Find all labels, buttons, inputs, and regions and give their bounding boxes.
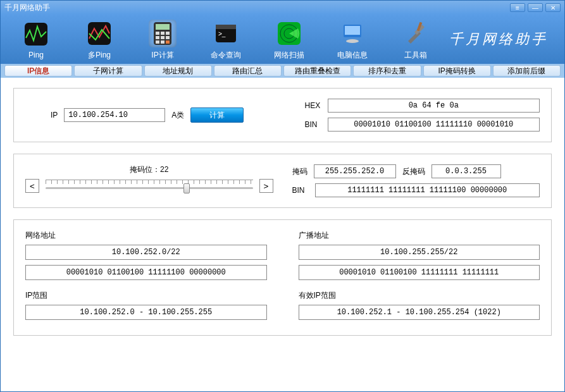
net-addr-label: 网络地址 xyxy=(25,230,267,241)
svg-rect-5 xyxy=(161,32,165,35)
svg-rect-3 xyxy=(156,24,170,30)
mask-bits-value: 22 xyxy=(160,165,168,174)
toolbar-item-cmd[interactable]: >_ 命令查询 xyxy=(194,18,258,61)
mask-decrement-button[interactable]: < xyxy=(25,179,39,193)
calculate-button[interactable]: 计算 xyxy=(190,107,244,123)
bin-value: 00001010 01100100 11111110 00001010 xyxy=(328,118,540,132)
subtab-sortdedup[interactable]: 排序和去重 xyxy=(353,65,421,77)
bcast-bin-value: 00001010 01100100 11111111 11111111 xyxy=(299,265,540,280)
slider-thumb[interactable] xyxy=(183,183,190,193)
calculator-icon xyxy=(149,20,177,47)
bin-label: BIN xyxy=(305,120,324,129)
mask-bin-value: 11111111 11111111 11111100 00000000 xyxy=(315,183,540,197)
svg-rect-14 xyxy=(216,25,236,29)
monitor-icon xyxy=(338,20,366,47)
toolbar-item-ipcalc[interactable]: IP计算 xyxy=(131,18,194,61)
wildcard-label: 反掩码 xyxy=(402,166,425,177)
subtab-routesummary[interactable]: 路由汇总 xyxy=(214,65,282,77)
window-menu-button[interactable]: ≡ xyxy=(510,3,525,12)
ip-range-label: IP范围 xyxy=(25,290,267,301)
subtab-ipmask[interactable]: IP掩码转换 xyxy=(423,65,491,77)
brand-title: 千月网络助手 xyxy=(447,30,561,49)
svg-text:>_: >_ xyxy=(218,30,226,37)
ip-panel: IP A类 计算 HEX 0a 64 fe 0a BIN 00001010 01… xyxy=(13,88,552,142)
svg-rect-12 xyxy=(166,40,170,44)
svg-rect-10 xyxy=(156,40,159,44)
svg-rect-9 xyxy=(166,36,170,39)
ip-class-label: A类 xyxy=(171,110,184,121)
net-addr-value: 10.100.252.0/22 xyxy=(25,245,267,260)
toolbar-item-toolbox[interactable]: 工具箱 xyxy=(384,18,447,61)
subtab-routeoverlap[interactable]: 路由重叠检查 xyxy=(283,65,351,77)
toolbar-item-multiping[interactable]: 多Ping xyxy=(68,18,131,61)
wildcard-value: 0.0.3.255 xyxy=(432,164,501,178)
close-button[interactable]: ✕ xyxy=(545,3,561,12)
tools-icon xyxy=(402,20,430,47)
multiping-icon xyxy=(85,20,113,47)
svg-rect-6 xyxy=(166,32,170,35)
window-title: 千月网络助手 xyxy=(4,3,510,13)
net-bin-value: 00001010 01100100 11111100 00000000 xyxy=(25,265,267,280)
minimize-button[interactable]: — xyxy=(528,3,543,12)
main-toolbar: Ping 多Ping IP计算 >_ 命令查询 网络扫描 电脑信息 工具箱 xyxy=(1,15,564,64)
svg-rect-8 xyxy=(161,36,165,39)
bcast-label: 广播地址 xyxy=(299,230,540,241)
subtab-addfix[interactable]: 添加前后缀 xyxy=(493,65,561,77)
svg-rect-20 xyxy=(345,26,360,35)
toolbar-item-pcinfo[interactable]: 电脑信息 xyxy=(321,18,384,61)
mask-panel: 掩码位：22 < > 掩码 255.255.252.0 反掩码 xyxy=(13,154,552,208)
svg-rect-11 xyxy=(161,40,165,44)
subtab-bar: IP信息 子网计算 地址规划 路由汇总 路由重叠检查 排序和去重 IP掩码转换 … xyxy=(1,64,564,78)
mask-label: 掩码 xyxy=(292,166,307,177)
toolbar-item-netscan[interactable]: 网络扫描 xyxy=(258,18,321,61)
hex-label: HEX xyxy=(305,101,324,110)
mask-increment-button[interactable]: > xyxy=(259,179,273,193)
hex-value: 0a 64 fe 0a xyxy=(328,99,540,113)
svg-rect-7 xyxy=(156,36,159,39)
subtab-ipinfo[interactable]: IP信息 xyxy=(4,65,72,77)
valid-range-value: 10.100.252.1 - 10.100.255.254 (1022) xyxy=(299,305,540,320)
ping-icon xyxy=(22,20,50,48)
window-controls: ≡ — ✕ xyxy=(510,3,561,12)
ip-range-value: 10.100.252.0 - 10.100.255.255 xyxy=(25,305,267,320)
mask-bits-label: 掩码位： xyxy=(130,165,160,174)
ip-label: IP xyxy=(51,111,58,119)
ip-input[interactable] xyxy=(64,108,165,122)
svg-rect-4 xyxy=(156,32,159,35)
radar-icon xyxy=(275,20,303,47)
subtab-addressplan[interactable]: 地址规划 xyxy=(144,65,212,77)
mask-slider[interactable] xyxy=(46,180,253,192)
terminal-icon: >_ xyxy=(212,20,240,47)
titlebar: 千月网络助手 ≡ — ✕ xyxy=(1,1,564,15)
svg-point-21 xyxy=(346,39,359,43)
valid-range-label: 有效IP范围 xyxy=(299,290,540,301)
content-area: IP A类 计算 HEX 0a 64 fe 0a BIN 00001010 01… xyxy=(1,78,564,391)
result-panel: 网络地址 10.100.252.0/22 00001010 01100100 1… xyxy=(13,219,552,336)
bcast-value: 10.100.255.255/22 xyxy=(299,245,540,260)
toolbar-item-ping[interactable]: Ping xyxy=(4,19,68,59)
subtab-subnet[interactable]: 子网计算 xyxy=(74,65,142,77)
mask-value: 255.255.252.0 xyxy=(314,164,396,178)
mask-bin-label: BIN xyxy=(292,186,309,195)
